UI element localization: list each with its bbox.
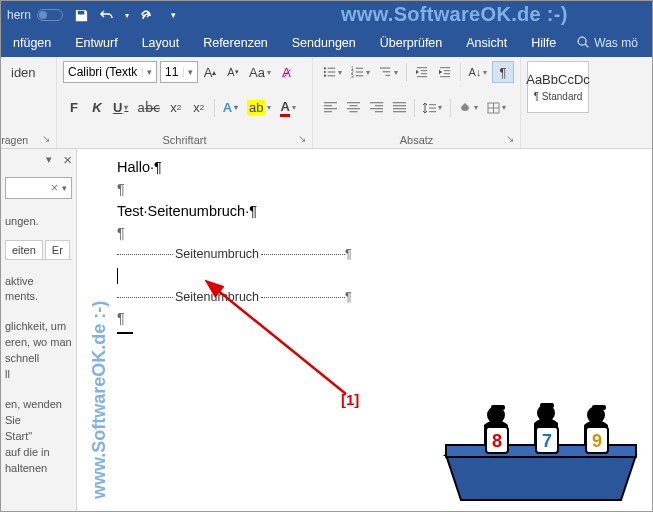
svg-rect-21 [440, 67, 450, 68]
shading-button[interactable] [455, 97, 482, 119]
svg-rect-29 [347, 102, 360, 103]
watermark-side: www.SoftwareOK.de :-) [89, 301, 110, 499]
svg-rect-26 [324, 105, 332, 106]
indent-decrease-button[interactable] [411, 61, 433, 83]
page-content[interactable]: Hallo·¶ ¶ Test·Seitenumbruch·¶ ¶ Seitenu… [107, 149, 652, 344]
multilevel-button[interactable] [375, 61, 402, 83]
nav-info-3: en, wenden SieStart"auf die inhaltenen [5, 397, 72, 477]
sort-button[interactable]: A↓ [465, 61, 491, 83]
doc-line: Hallo·¶ [117, 159, 642, 175]
underline-button[interactable]: U [109, 97, 132, 119]
tab-references[interactable]: Referenzen [191, 29, 280, 57]
undo-dropdown[interactable]: ▾ [121, 4, 133, 26]
doc-line: ¶ [117, 181, 642, 197]
svg-rect-13 [356, 75, 363, 76]
font-name-combo[interactable]: ▾ [63, 61, 157, 83]
group-clipboard: iden ertragen ↘ [1, 57, 57, 148]
highlight-button[interactable]: ab [243, 97, 275, 119]
align-left-button[interactable] [319, 97, 341, 119]
nav-close-button[interactable]: × [63, 151, 72, 168]
tab-design[interactable]: Entwurf [63, 29, 129, 57]
svg-rect-30 [349, 105, 357, 106]
save-icon[interactable] [69, 4, 93, 26]
tab-review[interactable]: Überprüfen [368, 29, 455, 57]
svg-rect-27 [324, 108, 337, 109]
font-launcher[interactable]: ↘ [295, 131, 309, 145]
group-styles: AaBbCcDc ¶ Standard [521, 57, 652, 148]
svg-rect-22 [444, 70, 450, 71]
text-effects-button[interactable]: A [219, 97, 242, 119]
svg-rect-7 [328, 75, 335, 76]
redo-icon[interactable] [135, 4, 159, 26]
superscript-button[interactable]: x2 [188, 97, 210, 119]
tell-me-label: Was mö [594, 36, 638, 50]
svg-rect-28 [324, 111, 332, 112]
autosave-toggle[interactable] [37, 9, 63, 21]
numbering-button[interactable]: 123 [347, 61, 374, 83]
group-paragraph: 123 A↓ ¶ [313, 57, 521, 148]
search-options-dropdown[interactable]: ▾ [62, 183, 67, 193]
font-color-button[interactable]: A [276, 97, 299, 119]
nav-dropdown-icon[interactable]: ▾ [46, 153, 52, 166]
subscript-button[interactable]: x2 [165, 97, 187, 119]
nav-search-box[interactable]: × ▾ [5, 177, 72, 199]
paragraph-launcher[interactable]: ↘ [503, 131, 517, 145]
font-name-input[interactable] [64, 65, 142, 79]
svg-rect-25 [324, 102, 337, 103]
shrink-font-button[interactable]: A▾ [222, 61, 244, 83]
svg-rect-42 [429, 107, 436, 108]
format-transfer-label: ertragen [0, 134, 32, 146]
bullets-button[interactable] [319, 61, 346, 83]
show-marks-button[interactable]: ¶ [492, 61, 514, 83]
svg-rect-23 [444, 73, 450, 74]
svg-rect-37 [393, 102, 406, 103]
tab-help[interactable]: Hilfe [519, 29, 568, 57]
tell-me-search[interactable]: Was mö [576, 35, 638, 52]
tab-insert[interactable]: nfügen [1, 29, 63, 57]
clear-format-button[interactable]: A̷ [276, 61, 298, 83]
qat-customize[interactable]: ▾ [161, 4, 185, 26]
svg-rect-11 [356, 71, 363, 72]
style-name: ¶ Standard [534, 91, 583, 102]
italic-button[interactable]: K [86, 97, 108, 119]
strike-button[interactable]: ab̶c̶ [133, 97, 163, 119]
clipboard-launcher[interactable]: ↘ [39, 131, 53, 145]
svg-rect-15 [383, 71, 390, 72]
line-spacing-button[interactable] [419, 97, 446, 119]
nav-tab-results[interactable]: Er [45, 240, 70, 259]
font-size-combo[interactable]: ▾ [160, 61, 198, 83]
bold-button[interactable]: F [63, 97, 85, 119]
clear-icon[interactable]: × [51, 181, 58, 195]
svg-rect-20 [417, 76, 427, 77]
svg-rect-40 [393, 111, 406, 112]
svg-rect-14 [380, 67, 390, 68]
annotation-label-1: [1] [341, 391, 359, 408]
justify-button[interactable] [388, 97, 410, 119]
doc-line: ¶ [117, 310, 642, 326]
style-standard[interactable]: AaBbCcDc ¶ Standard [527, 61, 589, 113]
svg-text:7: 7 [542, 431, 552, 451]
svg-rect-35 [370, 108, 383, 109]
align-right-button[interactable] [365, 97, 387, 119]
font-size-dropdown[interactable]: ▾ [183, 67, 197, 77]
cut-button[interactable]: iden [7, 61, 50, 83]
grow-font-button[interactable]: A▴ [199, 61, 221, 83]
font-size-input[interactable] [161, 65, 183, 79]
undo-icon[interactable] [95, 4, 119, 26]
tab-layout[interactable]: Layout [130, 29, 192, 57]
tab-view[interactable]: Ansicht [454, 29, 519, 57]
change-case-button[interactable]: Aa [245, 61, 275, 83]
doc-line [117, 267, 642, 284]
svg-rect-16 [386, 75, 391, 76]
borders-button[interactable] [483, 97, 510, 119]
ribbon-tabs: nfügen Entwurf Layout Referenzen Sendung… [1, 29, 652, 57]
align-center-button[interactable] [342, 97, 364, 119]
svg-rect-36 [375, 111, 383, 112]
nav-info-2: glichkeit, umeren, wo manschnellll [5, 319, 72, 383]
tab-mailings[interactable]: Sendungen [280, 29, 368, 57]
indent-increase-button[interactable] [434, 61, 456, 83]
svg-line-1 [585, 44, 588, 47]
svg-point-6 [324, 75, 326, 77]
nav-tab-pages[interactable]: eiten [5, 240, 43, 259]
font-name-dropdown[interactable]: ▾ [142, 67, 156, 77]
